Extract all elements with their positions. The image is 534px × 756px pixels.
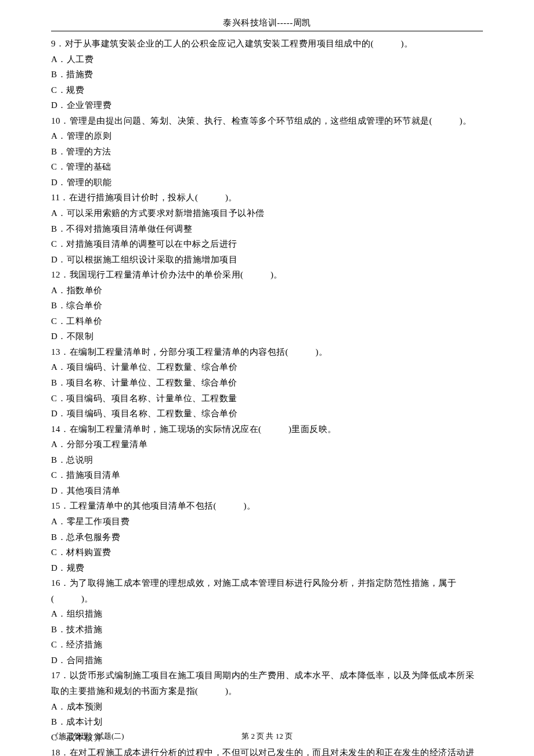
- option: B．管理的方法: [51, 144, 483, 160]
- option: B．总说明: [51, 452, 483, 468]
- question-13: 13．在编制工程量清单时，分部分项工程量清单的内容包括( )。: [51, 344, 483, 360]
- option: D．合同措施: [51, 653, 483, 668]
- option: C．材料购置费: [51, 545, 483, 560]
- option: D．不限制: [51, 329, 483, 344]
- question-16: 16．为了取得施工成本管理的理想成效，对施工成本管理目标进行风险分析，并指定防范…: [51, 575, 483, 606]
- option: C．对措施项目清单的调整可以在中标之后进行: [51, 236, 483, 252]
- option: B．不得对措施项目清单做任何调整: [51, 221, 483, 237]
- option: A．零星工作项目费: [51, 514, 483, 530]
- option: C．经济措施: [51, 637, 483, 653]
- question-9: 9．对于从事建筑安装企业的工人的公积金应记入建筑安装工程费用项目组成中的( )。: [51, 36, 483, 52]
- option: D．其他项目清单: [51, 483, 483, 499]
- option: A．组织措施: [51, 606, 483, 622]
- option: B．总承包服务费: [51, 530, 483, 545]
- question-10: 10．管理是由提出问题、筹划、决策、执行、检查等多个环节组成的，这些组成管理的环…: [51, 113, 483, 129]
- option: B．措施费: [51, 67, 483, 82]
- option: A．管理的原则: [51, 128, 483, 144]
- page-header: 泰兴科技培训-----周凯: [51, 17, 483, 31]
- question-14: 14．在编制工程量清单时，施工现场的实际情况应在( )里面反映。: [51, 422, 483, 437]
- option: B．成本计划: [51, 714, 483, 730]
- option: A．可以采用索赔的方式要求对新增措施项目予以补偿: [51, 206, 483, 221]
- question-17: 17．以货币形式编制施工项目在施工项目周期内的生产费用、成本水平、成本降低率，以…: [51, 668, 483, 699]
- option: A．人工费: [51, 52, 483, 67]
- option: B．项目名称、计量单位、工程数量、综合单价: [51, 375, 483, 391]
- question-11: 11．在进行措施项目计价时，投标人( )。: [51, 190, 483, 206]
- option: A．成本预测: [51, 699, 483, 715]
- option: C．措施项目清单: [51, 467, 483, 483]
- option: B．综合单价: [51, 298, 483, 314]
- page-footer: 《施工管理》试题(二) 第 2 页 共 12 页: [51, 731, 483, 741]
- question-12: 12．我国现行工程量清单计价办法中的单价采用( )。: [51, 267, 483, 283]
- option: D．管理的职能: [51, 175, 483, 190]
- option: C．规费: [51, 82, 483, 98]
- option: C．项目编码、项目名称、计量单位、工程数量: [51, 391, 483, 406]
- option: A．项目编码、计量单位、工程数量、综合单价: [51, 359, 483, 375]
- question-18: 18．在对工程施工成本进行分析的过程中，不但可以对己发生的，而且对未发生的和正在…: [51, 745, 483, 756]
- option: C．管理的基础: [51, 159, 483, 175]
- option: C．工料单价: [51, 314, 483, 329]
- option: D．可以根据施工组织设计采取的措施增加项目: [51, 252, 483, 268]
- option: D．项目编码、项目名称、工程数量、综合单价: [51, 406, 483, 422]
- option: A．指数单价: [51, 283, 483, 298]
- option: D．规费: [51, 560, 483, 576]
- option: B．技术措施: [51, 622, 483, 638]
- option: A．分部分项工程量清单: [51, 437, 483, 452]
- content-body: 9．对于从事建筑安装企业的工人的公积金应记入建筑安装工程费用项目组成中的( )。…: [51, 36, 483, 756]
- footer-center: 第 2 页 共 12 页: [51, 731, 483, 741]
- option: D．企业管理费: [51, 98, 483, 113]
- question-15: 15．工程量清单中的其他项目清单不包括( )。: [51, 498, 483, 514]
